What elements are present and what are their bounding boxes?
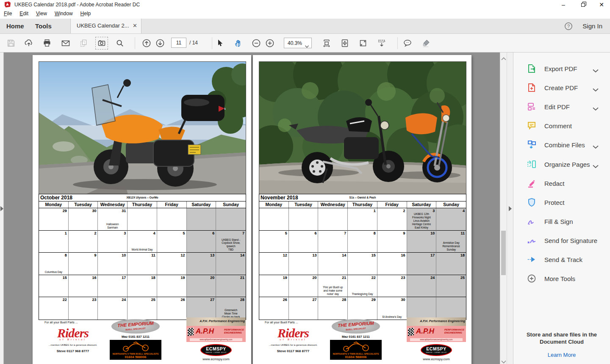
chevron-down-icon[interactable]: [593, 105, 599, 113]
search-icon[interactable]: [114, 37, 126, 49]
vertical-scrollbar[interactable]: [500, 52, 507, 364]
aph-subtitle-line2: ENGINEERING: [444, 331, 464, 334]
day-number: 8: [65, 253, 67, 257]
learn-more-link[interactable]: Learn More: [548, 352, 576, 358]
upload-cloud-icon[interactable]: [23, 37, 35, 49]
aph-url: www.aphperformanceengineering.com: [410, 338, 463, 341]
help-icon[interactable]: ?: [564, 22, 573, 32]
emporium-logo-block: THE EMPORIUM BUELL SPECIALIST Maz 0161 8…: [330, 319, 382, 360]
comment-bubble-icon[interactable]: [402, 37, 413, 49]
page-total-label: / 14: [189, 40, 198, 46]
day-number: 14: [342, 253, 346, 257]
zoom-in-icon[interactable]: [264, 37, 276, 49]
nav-pane-collapse-strip[interactable]: [0, 52, 4, 364]
tool-combine-files[interactable]: Combine Files: [513, 135, 610, 154]
zoom-out-icon[interactable]: [250, 37, 262, 49]
calendar-cell: 4World Animal Day: [128, 231, 157, 253]
tab-close-icon[interactable]: ✕: [133, 22, 137, 29]
tool-redact[interactable]: Redact: [513, 174, 610, 193]
tool-protect[interactable]: Protect: [513, 193, 610, 212]
actual-size-icon[interactable]: [357, 37, 369, 49]
tool-edit-pdf[interactable]: Edit PDF: [513, 97, 610, 116]
calendar-cell: 2: [377, 208, 407, 231]
scroll-up-icon[interactable]: [501, 55, 506, 59]
page-number-input[interactable]: [171, 38, 186, 48]
tool-send-track[interactable]: Send & Track: [513, 250, 610, 269]
day-number: 31: [122, 209, 126, 213]
tool-comment[interactable]: Comment: [513, 116, 610, 135]
next-page-icon[interactable]: [154, 37, 166, 49]
calendar-cell: 11: [128, 253, 157, 275]
snapshot-camera-icon[interactable]: [95, 37, 108, 50]
tool-export-pdf[interactable]: Export PDF: [513, 59, 610, 78]
day-header: Saturday: [187, 201, 216, 208]
sponsor-footer: For all your Buell Parts ... Riders of B…: [259, 319, 466, 361]
fit-page-icon[interactable]: [339, 37, 351, 49]
pdf-page-november: November 2018 S1s – Oanist & Pash Monday…: [253, 55, 471, 364]
restore-button[interactable]: [577, 0, 590, 9]
calendar-cell: [289, 208, 319, 231]
email-icon[interactable]: [60, 37, 72, 49]
calendar-event: UKBEG 12th Fireworks Night Lincs Aviatio…: [408, 212, 436, 229]
fit-width-icon[interactable]: [321, 37, 333, 49]
day-number: 11: [151, 253, 155, 257]
calendar-event: St Andrew's Day: [378, 315, 406, 319]
calendar-cell: 11Armistice Day Remembrance Sunday: [436, 231, 466, 253]
aph-subtitle: PERFORMANCE ENGINEERING: [444, 328, 464, 334]
tool-organize-pages[interactable]: Organize Pages: [513, 155, 610, 174]
day-number: 29: [63, 209, 67, 213]
chevron-down-icon[interactable]: [593, 67, 599, 74]
aph-name: A.P.H: [196, 327, 214, 336]
tool-more-tools[interactable]: More Tools: [513, 269, 610, 288]
save-icon[interactable]: [5, 37, 17, 49]
toolbar-divider: [212, 37, 212, 49]
menu-view[interactable]: View: [32, 9, 51, 17]
previous-page-icon[interactable]: [141, 37, 152, 49]
highlighter-icon[interactable]: [420, 37, 432, 49]
close-button[interactable]: ✕: [595, 0, 608, 9]
day-number: 24: [122, 298, 126, 302]
tools-pane-collapse-strip[interactable]: [507, 52, 513, 364]
day-number: 23: [92, 298, 96, 302]
tab-tools[interactable]: Tools: [35, 19, 52, 34]
tool-create-pdf[interactable]: Create PDF: [513, 78, 610, 97]
tool-label: Edit PDF: [544, 103, 570, 110]
tool-fill-sign[interactable]: Fill & Sign: [513, 212, 610, 231]
day-header: Thursday: [128, 201, 157, 208]
calendar-cell: [407, 297, 437, 320]
select-tool-icon[interactable]: [214, 37, 226, 49]
copy-pages-icon[interactable]: [78, 37, 89, 49]
aph-logo: A.P.H PERFORMANCE ENGINEERING www.aphper…: [186, 326, 246, 342]
menu-file[interactable]: File: [0, 9, 16, 17]
day-number: 12: [283, 253, 287, 257]
reading-mode-icon[interactable]: [376, 37, 388, 49]
day-number: 18: [460, 253, 465, 257]
calendar-cell: 12: [157, 253, 187, 275]
tool-send-for-signature[interactable]: Send for Signature: [513, 231, 610, 250]
day-number: 10: [430, 231, 435, 235]
emporium-logo: THE EMPORIUM BUELL SPECIALIST: [111, 319, 160, 334]
day-number: 17: [430, 253, 435, 257]
calendar-cell: 3: [98, 231, 128, 253]
expand-left-arrow-icon[interactable]: [0, 206, 3, 211]
sign-in-button[interactable]: Sign In: [582, 19, 602, 34]
scrollbar-thumb[interactable]: [501, 231, 506, 275]
scroll-down-icon[interactable]: [501, 358, 506, 362]
checkered-flag-icon: [188, 328, 194, 336]
chevron-down-icon[interactable]: [593, 163, 599, 170]
menu-edit[interactable]: Edit: [16, 9, 32, 17]
hand-tool-icon[interactable]: [232, 37, 244, 49]
chevron-down-icon[interactable]: [593, 86, 599, 94]
tool-label: Comment: [544, 122, 572, 130]
print-icon[interactable]: [41, 37, 53, 49]
expand-right-arrow-icon[interactable]: [509, 206, 512, 211]
menu-window[interactable]: Window: [51, 9, 77, 17]
zoom-level-select[interactable]: 40.3%: [284, 38, 312, 48]
menu-help[interactable]: Help: [77, 9, 95, 17]
document-tab[interactable]: UKBEG Calendar 2... ✕: [70, 19, 141, 33]
calendar-cell: 22: [39, 297, 69, 320]
tab-home[interactable]: Home: [6, 19, 24, 34]
minimize-button[interactable]: –: [557, 0, 570, 9]
calendar-cell: [216, 208, 246, 231]
chevron-down-icon[interactable]: [593, 143, 599, 151]
